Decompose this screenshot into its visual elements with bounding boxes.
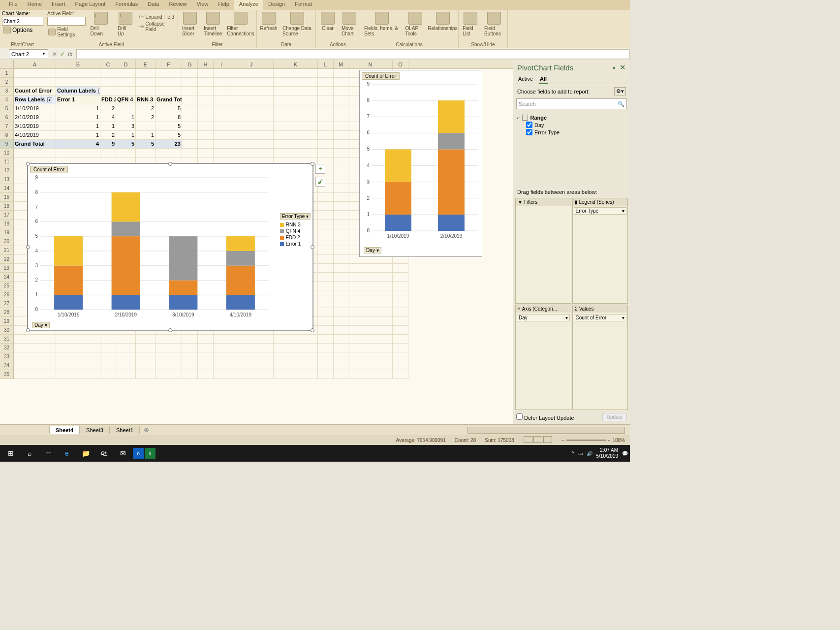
cell-B1[interactable]: [56, 69, 100, 78]
cell-B7[interactable]: 1: [56, 122, 100, 131]
cell-B34[interactable]: [56, 361, 100, 370]
col-header-O[interactable]: O: [393, 60, 408, 68]
axis-filter-small[interactable]: Day ▾: [364, 247, 381, 253]
add-sheet-button[interactable]: ⊕: [140, 425, 153, 435]
cell-A33[interactable]: [14, 352, 56, 361]
cell-M19[interactable]: [334, 228, 348, 237]
row-header-28[interactable]: 28: [0, 308, 14, 317]
cell-M6[interactable]: [334, 113, 348, 122]
row-header-14[interactable]: 14: [0, 184, 14, 193]
cell-M1[interactable]: [334, 69, 348, 78]
cell-G6[interactable]: [182, 113, 198, 122]
cell-I8[interactable]: [214, 131, 229, 140]
cell-D3[interactable]: [116, 87, 136, 95]
zoom-slider[interactable]: [566, 440, 606, 441]
cell-N32[interactable]: [348, 344, 393, 352]
move-chart-button[interactable]: Move Chart: [340, 11, 359, 37]
update-button[interactable]: Update: [602, 413, 627, 421]
cell-M15[interactable]: [334, 193, 348, 202]
cell-E7[interactable]: [136, 122, 156, 131]
cell-J6[interactable]: [229, 113, 274, 122]
field-settings-button[interactable]: Field Settings: [47, 26, 87, 38]
view-buttons[interactable]: [523, 436, 553, 444]
chart-styles-button[interactable]: 🖌: [315, 177, 325, 187]
cell-F34[interactable]: [156, 361, 182, 370]
chart-elements-button[interactable]: +: [315, 164, 325, 174]
fields-items-sets-button[interactable]: Fields, Items, & Sets: [362, 11, 401, 37]
cell-G9[interactable]: [182, 140, 198, 149]
cell-O35[interactable]: [393, 370, 408, 379]
cell-A8[interactable]: 4/10/2019: [14, 131, 56, 140]
name-box[interactable]: Chart 2▼: [9, 49, 48, 59]
cell-B6[interactable]: 1: [56, 113, 100, 122]
cell-G3[interactable]: [182, 87, 198, 95]
cell-A31[interactable]: [14, 335, 56, 344]
cell-L18[interactable]: [318, 220, 334, 228]
cell-M23[interactable]: [334, 264, 348, 273]
cell-O27[interactable]: [393, 299, 408, 308]
row-header-34[interactable]: 34: [0, 361, 14, 370]
cell-M7[interactable]: [334, 122, 348, 131]
sheet-tab-sheet3[interactable]: Sheet3: [80, 426, 110, 434]
worksheet[interactable]: ABCDEFGHIJKLMNO 123456789101112131415161…: [0, 60, 513, 424]
pivot-chart-main[interactable]: Count of Error 01234567891/10/20192/10/2…: [28, 163, 313, 331]
ribbon-tab-help[interactable]: Help: [213, 0, 234, 10]
close-icon[interactable]: ✕: [620, 63, 626, 71]
row-header-31[interactable]: 31: [0, 335, 14, 344]
cell-M5[interactable]: [334, 104, 348, 113]
col-header-A[interactable]: A: [14, 60, 56, 68]
file-explorer-icon[interactable]: 📁: [77, 446, 94, 461]
cell-A10[interactable]: [14, 149, 56, 158]
cell-J10[interactable]: [229, 149, 274, 158]
cell-O24[interactable]: [393, 273, 408, 282]
enter-icon[interactable]: ✓: [60, 51, 65, 58]
cell-C2[interactable]: [100, 78, 116, 87]
cell-J8[interactable]: [229, 131, 274, 140]
row-header-22[interactable]: 22: [0, 255, 14, 264]
ribbon-tab-data[interactable]: Data: [143, 0, 164, 10]
cell-I1[interactable]: [214, 69, 229, 78]
tray-volume-icon[interactable]: 🔊: [587, 451, 592, 456]
cell-J5[interactable]: [229, 104, 274, 113]
cell-M18[interactable]: [334, 220, 348, 228]
cell-K33[interactable]: [274, 352, 318, 361]
sheet-tab-sheet1[interactable]: Sheet1: [110, 426, 140, 434]
cell-I5[interactable]: [214, 104, 229, 113]
cell-I2[interactable]: [214, 78, 229, 87]
cell-D2[interactable]: [116, 78, 136, 87]
cell-K31[interactable]: [274, 335, 318, 344]
cell-L29[interactable]: [318, 317, 334, 326]
cell-M14[interactable]: [334, 184, 348, 193]
chart-title-small[interactable]: Count of Error: [362, 72, 400, 80]
cell-L16[interactable]: [318, 202, 334, 211]
cell-F8[interactable]: 5: [156, 131, 182, 140]
chart-name-input[interactable]: [2, 17, 43, 26]
ribbon-tab-design[interactable]: Design: [263, 0, 290, 10]
active-field-input[interactable]: [47, 17, 86, 26]
cell-O26[interactable]: [393, 290, 408, 299]
col-header-B[interactable]: B: [56, 60, 100, 68]
field-list-button[interactable]: Field List: [461, 11, 480, 37]
cell-O23[interactable]: [393, 264, 408, 273]
cell-G2[interactable]: [182, 78, 198, 87]
cell-E9[interactable]: 5: [136, 140, 156, 149]
cell-D7[interactable]: 3: [116, 122, 136, 131]
chart-legend[interactable]: Error Type ▾ RNN 3QFN 4FDD 2Error 1: [280, 213, 311, 248]
cell-O25[interactable]: [393, 282, 408, 290]
row-header-11[interactable]: 11: [0, 158, 14, 166]
cell-L25[interactable]: [318, 282, 334, 290]
col-header-G[interactable]: G: [182, 60, 198, 68]
cell-B9[interactable]: 4: [56, 140, 100, 149]
col-header-M[interactable]: M: [334, 60, 348, 68]
axis-filter[interactable]: Day ▾: [32, 322, 50, 328]
cell-E6[interactable]: 2: [136, 113, 156, 122]
cell-M20[interactable]: [334, 237, 348, 246]
tab-active[interactable]: Active: [517, 75, 534, 84]
zoom-control[interactable]: − + 100%: [561, 438, 625, 443]
cell-E33[interactable]: [136, 352, 156, 361]
cell-K5[interactable]: [274, 104, 318, 113]
cell-B31[interactable]: [56, 335, 100, 344]
edge-icon[interactable]: e: [58, 446, 76, 461]
chart-title[interactable]: Count of Error: [30, 166, 68, 173]
cell-M8[interactable]: [334, 131, 348, 140]
